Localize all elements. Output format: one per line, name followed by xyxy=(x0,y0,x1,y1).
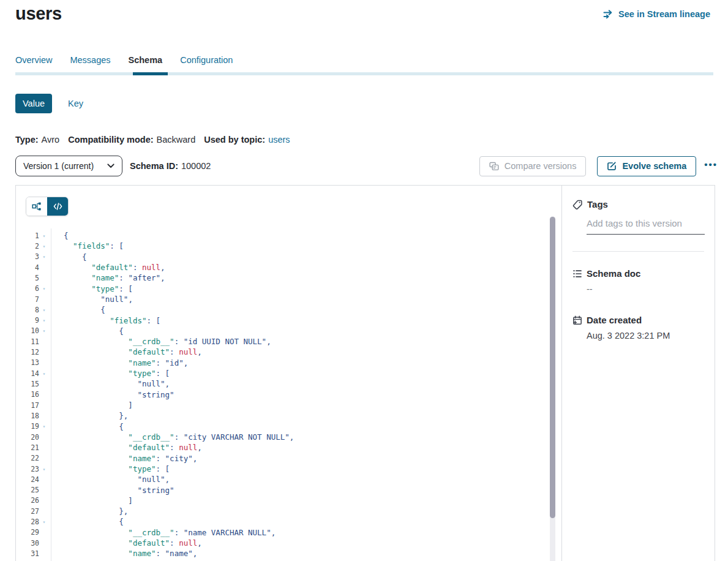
tab-schema[interactable]: Schema xyxy=(129,55,163,65)
value-key-toggle: Value Key xyxy=(15,93,83,114)
version-select[interactable]: Version 1 (current) xyxy=(15,156,122,176)
code-line: "name": "after", xyxy=(64,273,294,283)
sidebar-divider xyxy=(572,251,704,252)
fold-toggle-icon[interactable]: ▾ xyxy=(39,317,49,323)
fold-toggle-icon[interactable]: ▾ xyxy=(39,254,49,260)
fold-spacer xyxy=(39,384,49,385)
fold-spacer xyxy=(39,363,49,363)
scrollbar-thumb[interactable] xyxy=(550,217,555,518)
line-number: 23 xyxy=(22,465,39,473)
line-number: 26 xyxy=(22,496,39,505)
version-select-value: Version 1 (current) xyxy=(23,161,94,171)
fold-spacer xyxy=(39,554,49,554)
code-line: }, xyxy=(64,506,294,516)
line-number: 24 xyxy=(22,475,39,484)
schema-id-value: 100002 xyxy=(181,161,211,171)
tab-underline-active xyxy=(133,72,168,75)
add-tags-input[interactable] xyxy=(587,217,705,235)
line-number: 18 xyxy=(22,412,39,420)
tab-overview[interactable]: Overview xyxy=(15,55,52,65)
schema-sidebar: Tags Schema doc -- xyxy=(561,186,715,561)
line-number: 9 xyxy=(22,316,39,325)
code-line: "fields": [ xyxy=(64,241,294,251)
code-line: ] xyxy=(64,495,294,506)
code-line: "name": "name", xyxy=(64,548,294,559)
line-number: 13 xyxy=(22,358,39,367)
fold-toggle-icon[interactable]: ▾ xyxy=(39,307,49,313)
code-line: "__crdb__": "name VARCHAR NULL", xyxy=(64,527,294,538)
code-line: "type": [ xyxy=(64,284,294,294)
code-gutter: 1▾2▾3▾456▾78▾9▾10▾11121314▾1516171819▾20… xyxy=(16,228,51,561)
code-line: }, xyxy=(64,410,294,421)
compare-versions-button[interactable]: Compare versions xyxy=(479,156,587,176)
code-line: "type": [ xyxy=(64,464,294,474)
code-line: { xyxy=(64,326,294,336)
code-line: "string" xyxy=(64,390,294,400)
code-view-icon xyxy=(53,203,62,210)
line-number: 11 xyxy=(22,337,39,346)
code-line: "__crdb__": "id UUID NOT NULL", xyxy=(64,336,294,347)
tab-configuration[interactable]: Configuration xyxy=(180,55,233,65)
key-tab-button[interactable]: Key xyxy=(68,99,83,108)
schema-doc-section-header: Schema doc xyxy=(572,268,705,279)
line-number: 7 xyxy=(22,295,39,304)
compare-versions-icon xyxy=(489,162,499,171)
scrollbar-track[interactable] xyxy=(550,216,555,561)
code-line: { xyxy=(64,304,294,315)
tab-messages[interactable]: Messages xyxy=(70,55,110,65)
code-line: "null", xyxy=(64,474,294,484)
line-number: 22 xyxy=(22,454,39,462)
line-number: 28 xyxy=(22,518,39,526)
fold-spacer xyxy=(39,277,49,278)
code-line: { xyxy=(64,230,294,241)
schema-code-pane: 1▾2▾3▾456▾78▾9▾10▾11121314▾1516171819▾20… xyxy=(16,186,561,561)
code-line: "default": null, xyxy=(64,442,294,453)
code-line: "default": null, xyxy=(64,347,294,357)
tree-view-icon xyxy=(32,201,42,211)
tag-icon xyxy=(572,200,583,209)
compare-versions-label: Compare versions xyxy=(505,161,577,171)
line-number: 4 xyxy=(22,263,39,272)
fold-toggle-icon[interactable]: ▾ xyxy=(39,243,49,249)
stream-lineage-link[interactable]: See in Stream lineage xyxy=(603,9,710,19)
used-by-topic-link[interactable]: users xyxy=(268,135,290,145)
code-viewport[interactable]: 1▾2▾3▾456▾78▾9▾10▾11121314▾1516171819▾20… xyxy=(16,228,561,561)
tree-view-button[interactable] xyxy=(26,197,47,216)
compatibility-value: Backward xyxy=(157,135,196,145)
line-number: 19 xyxy=(22,422,39,431)
value-tab-button[interactable]: Value xyxy=(15,94,52,113)
used-by-topic-label: Used by topic: xyxy=(204,135,265,145)
code-line: { xyxy=(64,252,294,262)
fold-spacer xyxy=(39,447,49,448)
fold-spacer xyxy=(39,543,49,543)
fold-toggle-icon[interactable]: ▾ xyxy=(39,285,49,292)
fold-spacer xyxy=(39,352,49,353)
fold-toggle-icon[interactable]: ▾ xyxy=(39,328,49,334)
date-created-value: Aug. 3 2022 3:21 PM xyxy=(587,331,705,341)
line-number: 5 xyxy=(22,274,39,282)
fold-toggle-icon[interactable]: ▾ xyxy=(39,371,49,377)
schema-view-toggle xyxy=(26,197,69,216)
code-line: "default": null, xyxy=(64,262,294,273)
date-created-section-header: Date created xyxy=(572,315,705,325)
ellipsis-menu-button[interactable]: ••• xyxy=(704,159,718,173)
code-line: { xyxy=(64,516,294,527)
line-number: 16 xyxy=(22,390,39,399)
fold-toggle-icon[interactable]: ▾ xyxy=(39,466,49,472)
schema-doc-title: Schema doc xyxy=(587,268,640,279)
stream-lineage-label: See in Stream lineage xyxy=(618,9,710,19)
evolve-schema-button[interactable]: Evolve schema xyxy=(597,156,696,176)
fold-spacer xyxy=(39,415,49,416)
tags-section-header: Tags xyxy=(572,199,705,209)
line-number: 21 xyxy=(22,443,39,452)
fold-toggle-icon[interactable]: ▾ xyxy=(39,519,49,525)
fold-spacer xyxy=(39,267,49,268)
code-view-button[interactable] xyxy=(47,197,68,216)
fold-toggle-icon[interactable]: ▾ xyxy=(39,423,49,429)
fold-spacer xyxy=(39,500,49,501)
fold-toggle-icon[interactable]: ▾ xyxy=(39,233,49,239)
fold-spacer xyxy=(39,511,49,511)
fold-spacer xyxy=(39,437,49,437)
tags-title: Tags xyxy=(587,199,608,209)
code-lines: { "fields": [ { "default": null, "name":… xyxy=(51,228,294,561)
